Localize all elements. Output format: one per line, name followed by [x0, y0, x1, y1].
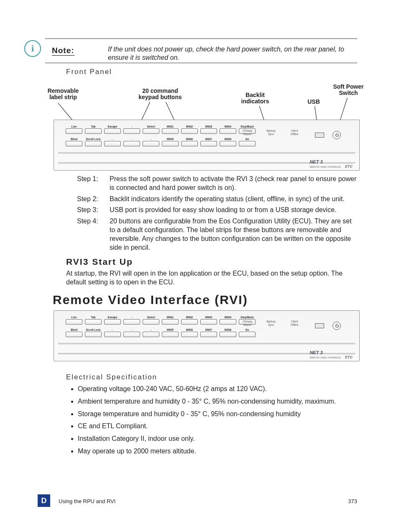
leader-line [58, 103, 74, 122]
keypad-button: Scroll Lock [85, 138, 102, 146]
body-text: At startup, the RVI will open in the Ion… [66, 269, 357, 287]
keypad-button: M903 [200, 316, 217, 324]
keypad-button: M902 [181, 316, 198, 324]
indicator-label: ClientOffline [286, 320, 302, 327]
power-icon: ⏻ [332, 131, 341, 139]
callout-backlit: Backlit indicators [234, 92, 276, 105]
note-text: If the unit does not power up, check the… [108, 45, 357, 62]
callout-soft-power: Soft Power Switch [330, 84, 367, 97]
step-item: Step 1:Press the soft power switch to ac… [77, 175, 357, 192]
spec-item: Operating voltage 100-240 VAC, 50-60Hz (… [78, 385, 357, 394]
step-item: Step 2:Backlit indicators identify the o… [77, 195, 357, 204]
divider [45, 63, 357, 63]
heading-rvi3-startup: RVI3 Start Up [66, 257, 357, 267]
keypad-button: M904 [220, 316, 236, 324]
spec-item: Installation Category II, indoor use onl… [78, 435, 357, 443]
keypad-button: ↓ [123, 328, 140, 337]
keypad-button: Live [66, 125, 82, 133]
keypad-button: M906 [181, 328, 198, 337]
callout-usb: USB [301, 99, 326, 105]
keypad-button: Tab [85, 125, 102, 133]
step-item: Step 3:USB port is provided for easy sho… [77, 206, 357, 215]
keypad-button: Escape [104, 125, 121, 133]
keypad-button: ← [104, 328, 121, 337]
indicator-label: BackupSync [263, 320, 279, 327]
footer-page: 373 [348, 498, 357, 504]
spec-item: CE and ETL Compliant. [78, 422, 357, 431]
steps-list: Step 1:Press the soft power switch to ac… [77, 175, 357, 252]
spec-item: May operate up to 2000 meters altitude. [78, 447, 357, 456]
keypad-button: M904 [220, 125, 236, 133]
keypad-button: M907 [200, 328, 217, 337]
indicator-label: PrimaryMaster [240, 320, 256, 327]
step-item: Step 4:20 buttons are configurable from … [77, 217, 357, 252]
keypad-button: Select [143, 316, 159, 324]
keypad-button: M908 [220, 328, 236, 337]
keypad-button: Tab [85, 316, 102, 324]
heading-electrical: Electrical Specification [66, 373, 357, 381]
keypad-button: ← [104, 138, 121, 146]
usb-port-icon [315, 323, 324, 328]
appendix-badge: D [38, 494, 50, 507]
keypad-button: M901 [162, 316, 179, 324]
keypad-button: → [143, 138, 159, 146]
note-label: Note: [52, 46, 74, 56]
keypad-button: M903 [200, 125, 217, 133]
keypad-button: Blind [66, 328, 82, 337]
keypad-button: M901 [162, 125, 179, 133]
keypad-button: Blind [66, 138, 82, 146]
keypad-button: Go [239, 138, 256, 146]
indicator-label: ClientOffline [286, 129, 302, 136]
front-panel-diagram: LiveTabEscape↑SelectM901M902M903M904Stop… [54, 120, 360, 171]
callout-removable-label: Removable label strip [44, 88, 82, 101]
leader-line [339, 98, 348, 123]
keypad-button: M902 [181, 125, 198, 133]
power-icon: ⏻ [332, 322, 341, 330]
divider [45, 38, 357, 39]
keypad-button: Select [143, 125, 159, 133]
brand-footer: NET 3REMOTE VIDEO INTERFACE ETC [309, 350, 353, 359]
callout-row: Removable label strip 20 command keypad … [66, 84, 357, 116]
keypad-button: Escape [104, 316, 121, 324]
keypad-button: ↑ [123, 125, 140, 133]
keypad-button: M908 [220, 138, 236, 146]
keypad-button: Live [66, 316, 82, 324]
keypad-button: Scroll Lock [85, 328, 102, 337]
keypad-button: → [143, 328, 159, 337]
heading-rvi: Remote Video Interface (RVI) [53, 293, 357, 307]
keypad-button: ↑ [123, 316, 140, 324]
rvi-diagram: LiveTabEscape↑SelectM901M902M903M904Stop… [54, 310, 360, 361]
heading-front-panel: Front Panel [66, 68, 357, 76]
info-icon: i [24, 40, 41, 57]
indicator-label: PrimaryMaster [240, 129, 256, 136]
electrical-spec-list: Operating voltage 100-240 VAC, 50-60Hz (… [78, 385, 357, 456]
keypad-button: Go [239, 328, 256, 337]
spec-item: Storage temperature and humidity 0 - 35°… [78, 410, 357, 419]
keypad-button: M906 [181, 138, 198, 146]
brand-footer: NET 3REMOTE VIDEO INTERFACE ETC [309, 159, 353, 169]
keypad-button: M907 [200, 138, 217, 146]
callout-keypad: 20 command keypad buttons [133, 88, 187, 101]
keypad-button: M905 [162, 138, 179, 146]
spec-item: Ambient temperature and humidity 0 - 35°… [78, 397, 357, 406]
keypad-button: ↓ [123, 138, 140, 146]
keypad-button: M905 [162, 328, 179, 337]
indicator-label: BackupSync [263, 129, 279, 136]
usb-port-icon [315, 133, 324, 138]
footer-section: Using the RPU and RVI [59, 498, 115, 504]
